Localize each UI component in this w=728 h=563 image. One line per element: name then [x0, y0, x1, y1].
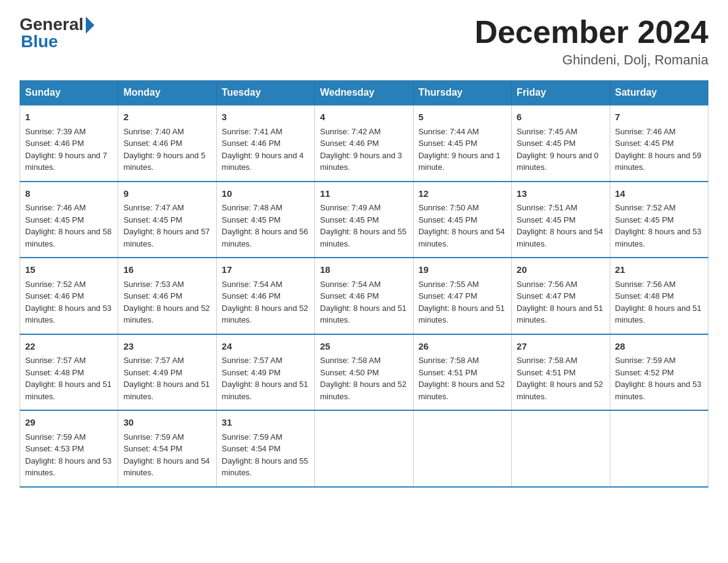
day-cell: [315, 410, 413, 487]
day-number: 1: [25, 110, 113, 124]
day-number: 7: [615, 110, 703, 124]
day-number: 28: [615, 340, 703, 354]
day-number: 2: [123, 110, 211, 124]
day-cell: 10Sunrise: 7:48 AMSunset: 4:45 PMDayligh…: [216, 182, 314, 258]
day-cell: 14Sunrise: 7:52 AMSunset: 4:45 PMDayligh…: [610, 182, 708, 258]
header-cell-monday: Monday: [118, 81, 216, 105]
day-cell: 3Sunrise: 7:41 AMSunset: 4:46 PMDaylight…: [216, 105, 314, 182]
week-row-1: 1Sunrise: 7:39 AMSunset: 4:46 PMDaylight…: [20, 105, 708, 182]
logo-blue-text: Blue: [21, 32, 58, 52]
day-number: 21: [615, 263, 703, 277]
day-number: 16: [123, 263, 211, 277]
logo: General Blue: [20, 15, 94, 52]
day-number: 20: [517, 263, 604, 277]
header-cell-saturday: Saturday: [610, 81, 708, 105]
page-header: General Blue December 2024 Ghindeni, Dol…: [20, 15, 708, 68]
header-cell-wednesday: Wednesday: [315, 81, 413, 105]
day-cell: 24Sunrise: 7:57 AMSunset: 4:49 PMDayligh…: [216, 334, 314, 411]
title-block: December 2024 Ghindeni, Dolj, Romania: [474, 15, 708, 68]
day-cell: 7Sunrise: 7:46 AMSunset: 4:45 PMDaylight…: [610, 105, 708, 182]
day-cell: 28Sunrise: 7:59 AMSunset: 4:52 PMDayligh…: [610, 334, 708, 411]
day-cell: 17Sunrise: 7:54 AMSunset: 4:46 PMDayligh…: [216, 258, 314, 334]
day-cell: 12Sunrise: 7:50 AMSunset: 4:45 PMDayligh…: [413, 182, 511, 258]
day-cell: 13Sunrise: 7:51 AMSunset: 4:45 PMDayligh…: [512, 182, 610, 258]
week-row-5: 29Sunrise: 7:59 AMSunset: 4:53 PMDayligh…: [20, 410, 708, 487]
day-number: 17: [222, 263, 309, 277]
day-number: 26: [419, 340, 506, 354]
week-row-4: 22Sunrise: 7:57 AMSunset: 4:48 PMDayligh…: [20, 334, 708, 411]
day-cell: [413, 410, 511, 487]
day-number: 13: [517, 187, 604, 201]
day-cell: 20Sunrise: 7:56 AMSunset: 4:47 PMDayligh…: [512, 258, 610, 334]
day-cell: 2Sunrise: 7:40 AMSunset: 4:46 PMDaylight…: [118, 105, 216, 182]
day-cell: 6Sunrise: 7:45 AMSunset: 4:45 PMDaylight…: [512, 105, 610, 182]
header-cell-thursday: Thursday: [413, 81, 511, 105]
day-number: 3: [222, 110, 309, 124]
day-number: 24: [222, 340, 309, 354]
day-number: 25: [320, 340, 408, 354]
day-number: 31: [222, 416, 309, 430]
day-cell: 21Sunrise: 7:56 AMSunset: 4:48 PMDayligh…: [610, 258, 708, 334]
day-cell: 11Sunrise: 7:49 AMSunset: 4:45 PMDayligh…: [315, 182, 413, 258]
week-row-2: 8Sunrise: 7:46 AMSunset: 4:45 PMDaylight…: [20, 182, 708, 258]
day-number: 15: [25, 263, 113, 277]
month-title: December 2024: [474, 15, 708, 50]
day-number: 27: [517, 340, 604, 354]
day-cell: 23Sunrise: 7:57 AMSunset: 4:49 PMDayligh…: [118, 334, 216, 411]
day-cell: 31Sunrise: 7:59 AMSunset: 4:54 PMDayligh…: [216, 410, 314, 487]
day-cell: 1Sunrise: 7:39 AMSunset: 4:46 PMDaylight…: [20, 105, 118, 182]
header-cell-sunday: Sunday: [20, 81, 118, 105]
week-row-3: 15Sunrise: 7:52 AMSunset: 4:46 PMDayligh…: [20, 258, 708, 334]
calendar-table: SundayMondayTuesdayWednesdayThursdayFrid…: [20, 80, 708, 488]
day-number: 18: [320, 263, 408, 277]
day-cell: 22Sunrise: 7:57 AMSunset: 4:48 PMDayligh…: [20, 334, 118, 411]
day-cell: [610, 410, 708, 487]
logo-arrow-icon: [86, 17, 94, 34]
day-cell: 5Sunrise: 7:44 AMSunset: 4:45 PMDaylight…: [413, 105, 511, 182]
header-row: SundayMondayTuesdayWednesdayThursdayFrid…: [20, 81, 708, 105]
location-text: Ghindeni, Dolj, Romania: [474, 52, 708, 68]
header-cell-tuesday: Tuesday: [216, 81, 314, 105]
day-cell: 15Sunrise: 7:52 AMSunset: 4:46 PMDayligh…: [20, 258, 118, 334]
day-number: 14: [615, 187, 703, 201]
day-cell: 27Sunrise: 7:58 AMSunset: 4:51 PMDayligh…: [512, 334, 610, 411]
day-number: 11: [320, 187, 408, 201]
day-number: 29: [25, 416, 113, 430]
day-cell: 26Sunrise: 7:58 AMSunset: 4:51 PMDayligh…: [413, 334, 511, 411]
day-number: 8: [25, 187, 113, 201]
day-number: 23: [123, 340, 211, 354]
day-number: 9: [123, 187, 211, 201]
day-number: 4: [320, 110, 408, 124]
day-cell: 16Sunrise: 7:53 AMSunset: 4:46 PMDayligh…: [118, 258, 216, 334]
day-cell: 25Sunrise: 7:58 AMSunset: 4:50 PMDayligh…: [315, 334, 413, 411]
day-number: 10: [222, 187, 309, 201]
day-cell: 19Sunrise: 7:55 AMSunset: 4:47 PMDayligh…: [413, 258, 511, 334]
day-cell: 4Sunrise: 7:42 AMSunset: 4:46 PMDaylight…: [315, 105, 413, 182]
day-number: 5: [419, 110, 506, 124]
day-cell: 9Sunrise: 7:47 AMSunset: 4:45 PMDaylight…: [118, 182, 216, 258]
day-cell: [512, 410, 610, 487]
day-number: 22: [25, 340, 113, 354]
day-number: 30: [123, 416, 211, 430]
day-cell: 29Sunrise: 7:59 AMSunset: 4:53 PMDayligh…: [20, 410, 118, 487]
day-number: 12: [419, 187, 506, 201]
day-number: 6: [517, 110, 604, 124]
day-cell: 18Sunrise: 7:54 AMSunset: 4:46 PMDayligh…: [315, 258, 413, 334]
header-cell-friday: Friday: [512, 81, 610, 105]
day-number: 19: [419, 263, 506, 277]
day-cell: 30Sunrise: 7:59 AMSunset: 4:54 PMDayligh…: [118, 410, 216, 487]
day-cell: 8Sunrise: 7:46 AMSunset: 4:45 PMDaylight…: [20, 182, 118, 258]
